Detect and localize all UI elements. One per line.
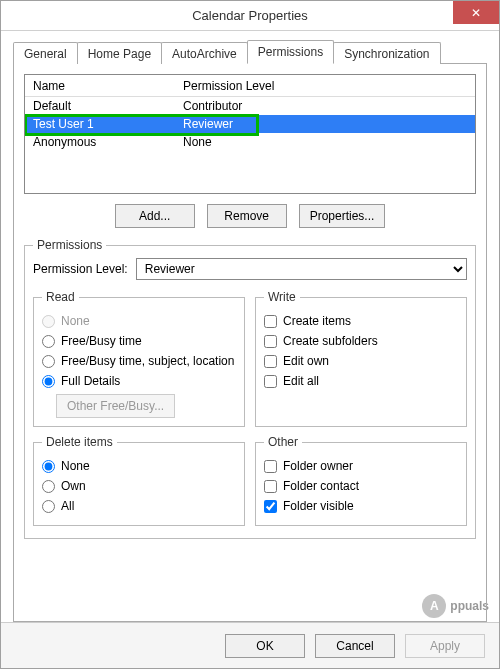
tab-permissions[interactable]: Permissions (247, 40, 334, 64)
read-freebusy-label: Free/Busy time (61, 334, 142, 348)
read-full-option[interactable]: Full Details (42, 372, 236, 390)
write-create-subfolders-option[interactable]: Create subfolders (264, 332, 458, 350)
add-button[interactable]: Add... (115, 204, 195, 228)
list-row-test-user-1[interactable]: Test User 1 Reviewer (25, 115, 475, 133)
delete-all-option[interactable]: All (42, 497, 236, 515)
cell-level: Reviewer (175, 117, 475, 131)
cell-name: Test User 1 (25, 117, 175, 131)
apply-button: Apply (405, 634, 485, 658)
ok-button[interactable]: OK (225, 634, 305, 658)
list-header: Name Permission Level (25, 75, 475, 97)
other-free-busy-button: Other Free/Busy... (56, 394, 175, 418)
read-none-radio (42, 315, 55, 328)
calendar-properties-dialog: Calendar Properties ✕ General Home Page … (0, 0, 500, 669)
folder-visible-label: Folder visible (283, 499, 354, 513)
cell-name: Default (25, 99, 175, 113)
tab-home-page[interactable]: Home Page (77, 42, 162, 64)
folder-visible-checkbox[interactable] (264, 500, 277, 513)
window-title: Calendar Properties (192, 8, 308, 23)
permissions-listbox[interactable]: Name Permission Level Default Contributo… (24, 74, 476, 194)
permissions-fieldset: Permissions Permission Level: Reviewer R… (24, 238, 476, 539)
delete-none-radio[interactable] (42, 460, 55, 473)
read-full-label: Full Details (61, 374, 120, 388)
write-edit-all-label: Edit all (283, 374, 319, 388)
other-folder-visible-option[interactable]: Folder visible (264, 497, 458, 515)
write-create-items-checkbox[interactable] (264, 315, 277, 328)
delete-items-legend: Delete items (42, 435, 117, 449)
close-button[interactable]: ✕ (453, 1, 499, 24)
read-full-radio[interactable] (42, 375, 55, 388)
folder-contact-checkbox[interactable] (264, 480, 277, 493)
other-legend: Other (264, 435, 302, 449)
read-freebusy-option[interactable]: Free/Busy time (42, 332, 236, 350)
write-create-subfolders-label: Create subfolders (283, 334, 378, 348)
write-edit-all-option[interactable]: Edit all (264, 372, 458, 390)
read-none-option[interactable]: None (42, 312, 236, 330)
delete-all-radio[interactable] (42, 500, 55, 513)
folder-owner-label: Folder owner (283, 459, 353, 473)
list-row-default[interactable]: Default Contributor (25, 97, 475, 115)
remove-button[interactable]: Remove (207, 204, 287, 228)
read-freebusy-loc-label: Free/Busy time, subject, location (61, 354, 234, 368)
write-fieldset: Write Create items Create subfolders Edi… (255, 290, 467, 427)
delete-other-row: Delete items None Own All (33, 431, 467, 530)
write-edit-own-checkbox[interactable] (264, 355, 277, 368)
list-buttons-row: Add... Remove Properties... (24, 204, 476, 228)
cell-name: Anonymous (25, 135, 175, 149)
col-header-name[interactable]: Name (25, 79, 175, 93)
delete-items-fieldset: Delete items None Own All (33, 435, 245, 526)
read-legend: Read (42, 290, 79, 304)
permission-level-label: Permission Level: (33, 262, 128, 276)
tab-strip: General Home Page AutoArchive Permission… (13, 39, 487, 63)
read-write-row: Read None Free/Busy time Free/Busy time,… (33, 286, 467, 431)
close-icon: ✕ (471, 6, 481, 20)
read-freebusy-radio[interactable] (42, 335, 55, 348)
tab-synchronization[interactable]: Synchronization (333, 42, 440, 64)
read-freebusy-loc-radio[interactable] (42, 355, 55, 368)
tab-general[interactable]: General (13, 42, 78, 64)
delete-own-label: Own (61, 479, 86, 493)
col-header-level[interactable]: Permission Level (175, 79, 475, 93)
cell-level: None (175, 135, 475, 149)
cancel-button[interactable]: Cancel (315, 634, 395, 658)
delete-own-radio[interactable] (42, 480, 55, 493)
delete-all-label: All (61, 499, 74, 513)
write-edit-own-label: Edit own (283, 354, 329, 368)
permission-level-select[interactable]: Reviewer (136, 258, 467, 280)
titlebar: Calendar Properties ✕ (1, 1, 499, 31)
write-create-items-option[interactable]: Create items (264, 312, 458, 330)
other-folder-owner-option[interactable]: Folder owner (264, 457, 458, 475)
read-none-label: None (61, 314, 90, 328)
content-area: General Home Page AutoArchive Permission… (1, 31, 499, 622)
write-edit-own-option[interactable]: Edit own (264, 352, 458, 370)
folder-owner-checkbox[interactable] (264, 460, 277, 473)
write-create-items-label: Create items (283, 314, 351, 328)
write-legend: Write (264, 290, 300, 304)
permission-level-row: Permission Level: Reviewer (33, 258, 467, 280)
folder-contact-label: Folder contact (283, 479, 359, 493)
list-row-anonymous[interactable]: Anonymous None (25, 133, 475, 151)
delete-own-option[interactable]: Own (42, 477, 236, 495)
read-freebusy-loc-option[interactable]: Free/Busy time, subject, location (42, 352, 236, 370)
delete-none-label: None (61, 459, 90, 473)
permissions-panel: Name Permission Level Default Contributo… (13, 63, 487, 622)
dialog-footer: OK Cancel Apply (1, 622, 499, 668)
other-fieldset: Other Folder owner Folder contact Folder… (255, 435, 467, 526)
write-create-subfolders-checkbox[interactable] (264, 335, 277, 348)
tab-autoarchive[interactable]: AutoArchive (161, 42, 248, 64)
permissions-legend: Permissions (33, 238, 106, 252)
delete-none-option[interactable]: None (42, 457, 236, 475)
properties-button[interactable]: Properties... (299, 204, 386, 228)
read-fieldset: Read None Free/Busy time Free/Busy time,… (33, 290, 245, 427)
cell-level: Contributor (175, 99, 475, 113)
write-edit-all-checkbox[interactable] (264, 375, 277, 388)
other-folder-contact-option[interactable]: Folder contact (264, 477, 458, 495)
